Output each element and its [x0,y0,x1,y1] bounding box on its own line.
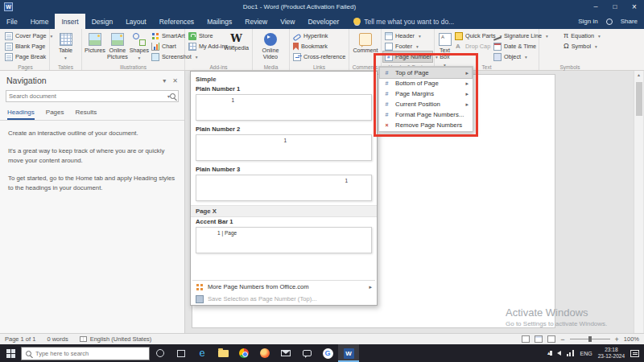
gallery-item-plain-number-3[interactable]: Plain Number 3 1 [191,165,377,205]
search-document-input[interactable] [9,93,167,100]
search-icon[interactable] [170,93,175,99]
taskbar-search-box[interactable] [21,347,150,360]
nav-tab-pages[interactable]: Pages [46,107,64,120]
zoom-in-button[interactable]: + [615,335,619,343]
scrollbar-thumb[interactable] [636,82,642,116]
close-button[interactable] [625,0,644,14]
wikipedia-button[interactable]: W Wikipedia [222,31,250,51]
network-icon[interactable] [567,350,575,356]
navigation-close-icon[interactable]: ✕ [172,77,178,84]
share-button[interactable]: Share [621,18,638,25]
page-number-button[interactable]: Page Number [383,51,432,62]
smartart-button[interactable]: SmartArt [150,31,184,41]
tab-home[interactable]: Home [24,14,56,29]
taskbar-clock[interactable]: 23:18 23-12-2024 [598,347,625,360]
page-info[interactable]: Page 1 of 1 [5,335,35,343]
sign-in-link[interactable]: Sign in [578,18,597,25]
start-button[interactable] [0,344,21,362]
taskbar-app-chat[interactable] [296,344,317,362]
taskbar-app-edge[interactable]: e [192,344,213,362]
header-button[interactable]: Header [383,31,432,41]
zoom-out-button[interactable]: − [560,335,564,343]
table-button[interactable]: Table [52,31,80,61]
zoom-slider-thumb[interactable] [588,336,592,342]
word-count[interactable]: 0 words [47,335,68,343]
tab-design[interactable]: Design [85,14,119,29]
navigation-search-box[interactable]: ▾ [6,90,179,102]
symbol-button[interactable]: ΩSymbol [562,41,599,51]
taskbar-app-mail[interactable] [275,344,296,362]
shapes-button[interactable]: Shapes [129,31,150,61]
save-selection-item[interactable]: Save Selection as Page Number (Top)... [191,293,377,305]
screenshot-button[interactable]: Screenshot [150,51,184,62]
tab-review[interactable]: Review [238,14,274,29]
date-time-button[interactable]: Date & Time [492,41,537,51]
navigation-options-icon[interactable]: ▾ [163,77,166,84]
web-layout-icon[interactable] [547,335,555,343]
online-video-button[interactable]: Online Video [254,31,287,61]
text-box-button[interactable]: Text Box [436,31,453,68]
chart-button[interactable]: Chart [150,41,184,51]
gallery-item-plain-number-2[interactable]: Plain Number 2 1 [191,125,377,165]
taskbar-search-input[interactable] [35,350,145,357]
my-addins-button[interactable]: My Add-ins [187,41,222,51]
tab-mailings[interactable]: Mailings [200,14,238,29]
nav-tab-headings[interactable]: Headings [7,107,35,120]
bookmark-button[interactable]: Bookmark [291,41,347,51]
vertical-scrollbar[interactable]: ▲ [634,71,643,333]
action-center-icon[interactable] [630,350,639,357]
drop-cap-button[interactable]: Drop Cap [453,41,492,51]
online-pictures-button[interactable]: Online Pictures [106,31,129,61]
taskbar-app-file-explorer[interactable] [213,344,233,362]
gallery-item-plain-number-1[interactable]: Plain Number 1 1 [191,84,377,125]
more-page-numbers-item[interactable]: More Page Numbers from Office.com ▸ [191,281,377,293]
read-mode-icon[interactable] [522,335,530,343]
print-layout-icon[interactable] [535,335,543,343]
tab-developer[interactable]: Developer [301,14,345,29]
hyperlink-button[interactable]: Hyperlink [291,31,347,41]
comment-button[interactable]: Comment [351,31,380,54]
volume-icon[interactable] [557,351,561,356]
tab-insert[interactable]: Insert [55,14,85,29]
minimize-button[interactable] [586,0,605,14]
menu-item-page-margins[interactable]: # Page Margins ▸ [380,88,472,99]
tab-layout[interactable]: Layout [119,14,153,29]
cross-reference-button[interactable]: Cross-reference [291,51,347,62]
equation-button[interactable]: πEquation [562,31,599,41]
store-button[interactable]: Store [187,31,222,41]
tab-view[interactable]: View [274,14,301,29]
quick-parts-button[interactable]: Quick Parts [453,31,492,41]
zoom-slider[interactable] [570,339,610,339]
zoom-level[interactable]: 100% [624,335,639,343]
menu-item-top-of-page[interactable]: # Top of Page ▸ [380,68,472,78]
menu-item-format-page-numbers[interactable]: # Format Page Numbers... [380,109,472,120]
cover-page-button[interactable]: Cover Page [3,31,47,41]
menu-item-remove-page-numbers[interactable]: × Remove Page Numbers [380,120,472,130]
tab-file[interactable]: File [0,14,24,29]
taskbar-app-firefox[interactable] [254,344,275,362]
gallery-item-accent-bar-1[interactable]: Accent Bar 1 1 | Page [191,217,377,257]
menu-item-current-position[interactable]: # Current Position ▸ [380,99,472,109]
window-title: Doc1 - Word (Product Activation Failed) [13,3,586,10]
scroll-up-icon[interactable]: ▲ [637,71,641,77]
cortana-button[interactable] [150,344,171,362]
tell-me-box[interactable]: Tell me what you want to do... [353,14,454,29]
signature-line-button[interactable]: Signature Line [492,31,537,41]
menu-item-bottom-of-page[interactable]: # Bottom of Page ▸ [380,78,472,88]
tab-references[interactable]: References [153,14,200,29]
maximize-button[interactable] [605,0,625,14]
input-language[interactable]: ENG [580,351,592,356]
object-button[interactable]: Object [492,51,537,62]
blank-page-button[interactable]: Blank Page [3,41,47,51]
task-view-button[interactable] [171,344,192,362]
taskbar-app-word[interactable]: W [338,344,359,362]
pictures-button[interactable]: Pictures [84,31,106,54]
taskbar-app-chrome[interactable] [233,344,254,362]
object-icon [493,53,502,61]
language-status[interactable]: English (United States) [80,335,152,343]
footer-button[interactable]: Footer [383,41,432,51]
page-break-button[interactable]: Page Break [3,51,47,62]
mail-icon [281,350,291,356]
nav-tab-results[interactable]: Results [76,107,97,120]
taskbar-app-google[interactable]: G [317,344,338,362]
